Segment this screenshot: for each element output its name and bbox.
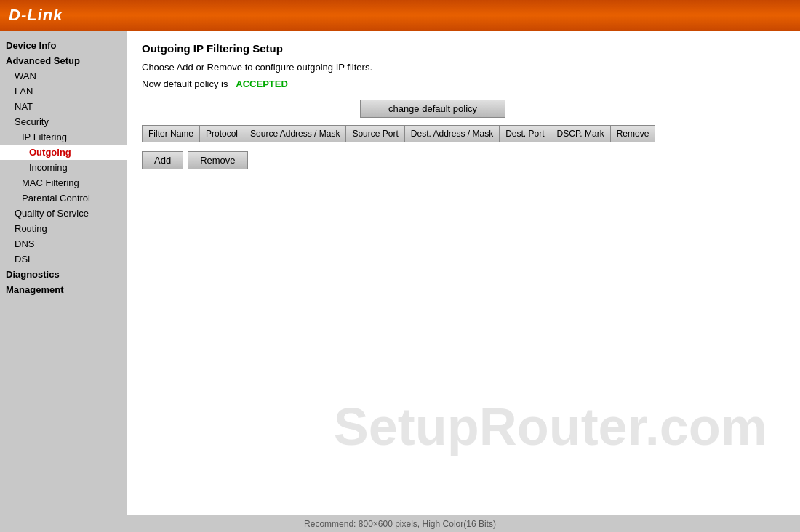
filter-table: Filter NameProtocolSource Address / Mask… xyxy=(142,125,655,142)
page-title: Outgoing IP Filtering Setup xyxy=(142,42,785,55)
policy-line: Now default policy is ACCEPTED xyxy=(142,78,785,89)
table-header-row: Filter NameProtocolSource Address / Mask… xyxy=(143,126,655,142)
sidebar-item-diagnostics[interactable]: Diagnostics xyxy=(0,267,127,282)
main-content: Outgoing IP Filtering Setup Choose Add o… xyxy=(127,31,800,515)
policy-status: ACCEPTED xyxy=(236,78,288,89)
add-button[interactable]: Add xyxy=(142,151,183,169)
table-header-remove: Remove xyxy=(610,126,655,142)
footer: Recommend: 800×600 pixels, High Color(16… xyxy=(0,515,800,532)
sidebar-item-quality-of-service[interactable]: Quality of Service xyxy=(0,206,127,221)
sidebar-item-nat[interactable]: NAT xyxy=(0,99,127,114)
sidebar-item-dsl[interactable]: DSL xyxy=(0,251,127,267)
sidebar-item-advanced-setup[interactable]: Advanced Setup xyxy=(0,53,127,68)
sidebar-item-wan[interactable]: WAN xyxy=(0,68,127,84)
remove-button[interactable]: Remove xyxy=(188,151,247,169)
sidebar-item-security[interactable]: Security xyxy=(0,114,127,129)
sidebar: Device InfoAdvanced SetupWANLANNATSecuri… xyxy=(0,31,127,515)
table-header-dscp--mark: DSCP. Mark xyxy=(551,126,610,142)
sidebar-item-lan[interactable]: LAN xyxy=(0,84,127,99)
main-layout: Device InfoAdvanced SetupWANLANNATSecuri… xyxy=(0,31,800,515)
change-default-policy-button[interactable]: change default policy xyxy=(360,100,505,118)
table-header-source-address---mask: Source Address / Mask xyxy=(244,126,346,142)
sidebar-item-routing[interactable]: Routing xyxy=(0,221,127,236)
sidebar-item-outgoing[interactable]: Outgoing xyxy=(0,145,127,160)
sidebar-item-incoming[interactable]: Incoming xyxy=(0,160,127,175)
sidebar-item-management[interactable]: Management xyxy=(0,282,127,297)
sidebar-item-device-info[interactable]: Device Info xyxy=(0,38,127,53)
action-buttons: Add Remove xyxy=(142,151,785,169)
table-header-protocol: Protocol xyxy=(200,126,244,142)
logo-link: Link xyxy=(27,6,63,24)
table-header-dest--address---mask: Dest. Address / Mask xyxy=(404,126,499,142)
footer-text: Recommend: 800×600 pixels, High Color(16… xyxy=(304,519,496,529)
watermark: SetupRouter.com xyxy=(334,397,767,456)
sidebar-item-dns[interactable]: DNS xyxy=(0,236,127,251)
header: D-Link xyxy=(0,0,800,31)
logo-d: D xyxy=(9,6,21,24)
sidebar-item-parental-control[interactable]: Parental Control xyxy=(0,190,127,206)
table-header-filter-name: Filter Name xyxy=(143,126,200,142)
sidebar-item-mac-filtering[interactable]: MAC Filtering xyxy=(0,175,127,190)
description: Choose Add or Remove to configure outgoi… xyxy=(142,62,785,73)
policy-prefix: Now default policy is xyxy=(142,78,228,89)
logo-dash: - xyxy=(21,6,27,24)
sidebar-item-ip-filtering[interactable]: IP Filtering xyxy=(0,129,127,145)
table-header-dest--port: Dest. Port xyxy=(500,126,551,142)
logo: D-Link xyxy=(9,6,63,25)
table-header-source-port: Source Port xyxy=(346,126,404,142)
